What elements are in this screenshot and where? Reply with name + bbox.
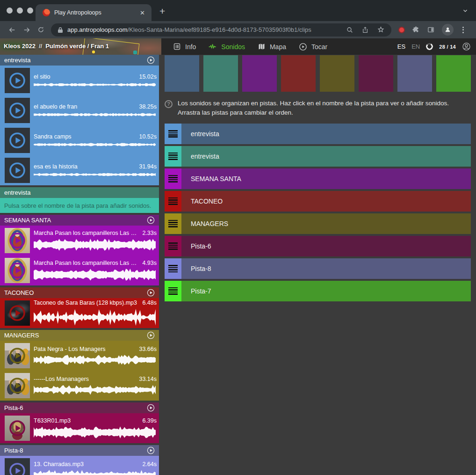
clip-play-button[interactable]: [9, 377, 26, 394]
sidebar-track-header[interactable]: TACONEO: [0, 287, 159, 298]
track-name-button[interactable]: MANAGERS: [181, 213, 471, 234]
sidebar-track-header[interactable]: MANAGERS: [0, 330, 159, 341]
track-drag-handle[interactable]: [165, 281, 181, 301]
track-name-button[interactable]: Pista-8: [181, 258, 471, 279]
track-drag-handle[interactable]: [165, 236, 181, 256]
nav-item-sonidos[interactable]: Sonidos: [209, 43, 245, 51]
clip-title: ------Los Mananagers: [34, 376, 135, 382]
clip-play-button[interactable]: [9, 347, 26, 364]
track-play-all-button[interactable]: [147, 446, 155, 454]
audio-clip[interactable]: Marcha Pasan los campanilleros Las Mejor…: [0, 226, 159, 256]
track-drag-handle[interactable]: [165, 146, 181, 167]
audio-clip[interactable]: Sandra camps 10.52s: [0, 125, 159, 155]
window-controls[interactable]: [7, 7, 33, 14]
drag-handle-icon: [168, 220, 178, 227]
sidebar-track-header[interactable]: Pista-8: [0, 445, 159, 456]
clip-play-button[interactable]: [9, 132, 26, 149]
track-play-all-button[interactable]: [147, 56, 155, 64]
side-panel-icon[interactable]: [427, 26, 435, 34]
clip-play-button[interactable]: [9, 262, 26, 279]
track-row[interactable]: entrevista: [165, 146, 471, 167]
nav-item-tocar[interactable]: Tocar: [299, 43, 327, 51]
clip-thumbnail: [5, 416, 30, 441]
track-drag-handle[interactable]: [165, 168, 181, 189]
track-row[interactable]: Pista-8: [165, 258, 471, 279]
track-drag-handle[interactable]: [165, 258, 181, 279]
forward-button[interactable]: [19, 26, 34, 34]
browser-menu-icon[interactable]: [461, 27, 466, 33]
language-en-button[interactable]: EN: [411, 43, 420, 50]
zoom-page-icon[interactable]: [346, 26, 353, 34]
track-drag-handle[interactable]: [165, 124, 181, 144]
profile-avatar[interactable]: [442, 24, 454, 36]
audio-clip[interactable]: 13. Charradas.mp3 2.64s: [0, 456, 159, 475]
drag-handle-icon: [168, 197, 178, 205]
sidebar-track-header[interactable]: entrevista: [0, 55, 159, 66]
track-name-button[interactable]: SEMANA SANTA: [181, 168, 471, 189]
audio-clip[interactable]: el sitio 15.02s: [0, 66, 159, 95]
clip-play-button[interactable]: [9, 102, 26, 119]
track-name-button[interactable]: TACONEO: [181, 191, 471, 212]
waveform-icon: [209, 43, 217, 51]
audio-clip[interactable]: Pata Negra - Los Managers 33.66s: [0, 341, 159, 371]
window-minimize-button[interactable]: [17, 7, 23, 14]
clip-thumbnail: [5, 300, 30, 326]
account-icon[interactable]: [462, 42, 471, 51]
sidebar-track-header[interactable]: SEMANA SANTA: [0, 215, 159, 226]
track-row[interactable]: MANAGERS: [165, 213, 471, 234]
track-drag-handle[interactable]: [165, 213, 181, 234]
track-drag-handle[interactable]: [165, 191, 181, 212]
audio-clip[interactable]: T633R01.mp3 6.39s: [0, 413, 159, 443]
reload-button[interactable]: [34, 26, 48, 34]
extensions-puzzle-icon[interactable]: [412, 26, 420, 34]
track-row[interactable]: Pista-7: [165, 281, 471, 301]
new-tab-button[interactable]: +: [159, 6, 165, 16]
track-name-button[interactable]: Pista-7: [181, 281, 471, 301]
browser-tab[interactable]: Play Antropoloops ✕: [36, 4, 151, 21]
clip-play-button[interactable]: [9, 162, 26, 179]
window-close-button[interactable]: [7, 7, 13, 14]
track-name-button[interactable]: entrevista: [181, 124, 471, 144]
window-zoom-button[interactable]: [27, 7, 33, 14]
track-play-all-button[interactable]: [147, 216, 155, 224]
clip-play-button[interactable]: [9, 420, 26, 437]
track-play-all-button[interactable]: [147, 404, 155, 412]
language-es-button[interactable]: ES: [397, 43, 405, 50]
clip-play-button[interactable]: [9, 72, 26, 89]
track-play-all-button[interactable]: [147, 289, 155, 297]
track-row[interactable]: Pista-6: [165, 236, 471, 256]
tab-search-chevron-icon[interactable]: [462, 7, 469, 14]
recording-extension-icon[interactable]: [398, 27, 405, 33]
track-name-button[interactable]: entrevista: [181, 146, 471, 167]
track-row[interactable]: TACONEO: [165, 191, 471, 212]
clip-play-button[interactable]: [9, 462, 26, 475]
audio-clip[interactable]: Taconeo de Sara Baras (128 kbps).mp3 6.4…: [0, 298, 159, 328]
track-play-all-button[interactable]: [147, 331, 155, 339]
nav-item-mapa[interactable]: Mapa: [258, 43, 286, 51]
back-button[interactable]: [5, 26, 19, 34]
audio-clip[interactable]: Marcha Pasan los campanilleros Las Mejor…: [0, 256, 159, 285]
bookmark-star-icon[interactable]: [377, 26, 385, 34]
track-name-button[interactable]: Pista-6: [181, 236, 471, 256]
audio-clip[interactable]: esa es la historia 31.94s: [0, 155, 159, 185]
clip-waveform: [34, 469, 157, 475]
track-row[interactable]: SEMANA SANTA: [165, 168, 471, 189]
audio-clip[interactable]: el abuelo de fran 38.25s: [0, 95, 159, 125]
share-icon[interactable]: [361, 26, 369, 34]
sidebar-track-header[interactable]: entrevista: [0, 187, 159, 198]
sidebar-track-clips: T633R01.mp3 6.39s: [0, 413, 159, 443]
clip-duration: 10.52s: [139, 133, 157, 140]
tab-close-icon[interactable]: ✕: [138, 9, 147, 16]
clip-play-button[interactable]: [9, 305, 26, 322]
nav-item-info[interactable]: Info: [173, 43, 196, 51]
clip-play-button[interactable]: [9, 232, 26, 249]
track-row[interactable]: entrevista: [165, 124, 471, 144]
audio-clip[interactable]: ------Los Mananagers 33.14s: [0, 371, 159, 401]
browser-tabstrip: Play Antropoloops ✕ +: [0, 0, 476, 21]
track-swatch: [203, 55, 238, 92]
breadcrumb-track[interactable]: Pulmón verde / Fran 1: [45, 43, 109, 50]
sidebar-track-header[interactable]: Pista-6: [0, 402, 159, 413]
address-bar[interactable]: app.antropoloops.com/Kleos-Santa-Marina/…: [51, 23, 391, 37]
breadcrumb-project[interactable]: Kleos 2022: [4, 43, 36, 50]
track-label: entrevista: [191, 130, 219, 138]
